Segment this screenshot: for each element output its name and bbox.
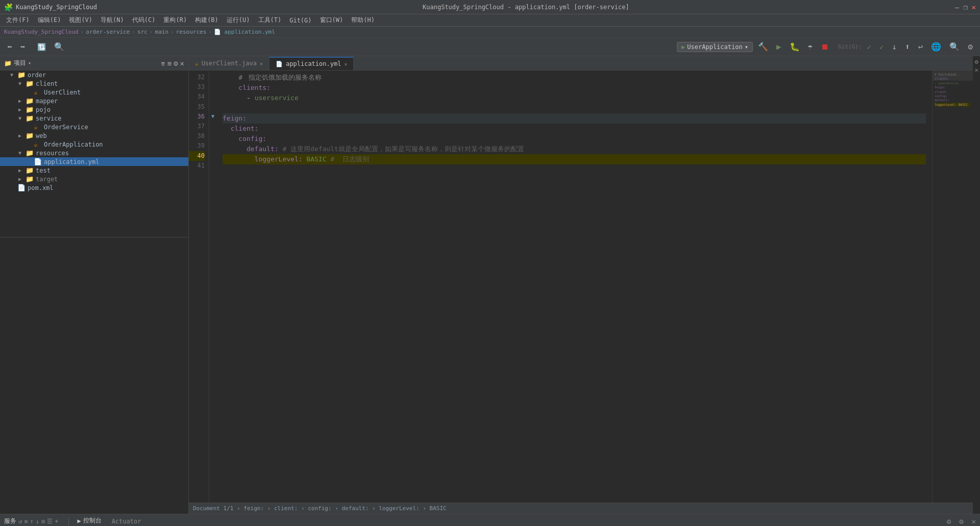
menu-view[interactable]: 视图(V) bbox=[65, 15, 96, 26]
services-controls: 服务 ↺ ≡ ↑ ↓ ⚙ ☰ + bbox=[4, 517, 58, 525]
tree-item-service[interactable]: ▼ 📁 service bbox=[0, 114, 188, 123]
close-button[interactable]: ✕ bbox=[972, 3, 976, 11]
toolbar-settings[interactable]: ⚙ bbox=[965, 41, 976, 53]
tab-yaml-label: application.yml bbox=[286, 60, 341, 67]
menu-git[interactable]: Git(G) bbox=[285, 16, 315, 25]
breadcrumb-part-3[interactable]: src bbox=[137, 29, 148, 35]
menu-build[interactable]: 构建(B) bbox=[191, 15, 223, 26]
fold-36[interactable]: ▼ bbox=[209, 113, 216, 124]
tree-item-orderservice[interactable]: ☕ OrderService bbox=[0, 123, 188, 131]
tree-label-resources: resources bbox=[36, 150, 69, 157]
mini-map[interactable]: # 指定饥饿加载... clients: - userservice feign… bbox=[932, 70, 973, 503]
menu-file[interactable]: 文件(F) bbox=[2, 15, 34, 26]
menu-edit[interactable]: 编辑(E) bbox=[34, 15, 65, 26]
project-settings[interactable]: ⚙ bbox=[174, 59, 178, 67]
line-num-37: 37 bbox=[189, 122, 205, 131]
breadcrumb-part-1[interactable]: KuangStudy_SpringCloud bbox=[4, 29, 79, 35]
tree-item-mapper[interactable]: ▶ 📁 mapper bbox=[0, 97, 188, 105]
line-num-36: 36 bbox=[189, 112, 205, 122]
tree-item-resources[interactable]: ▼ 📁 resources bbox=[0, 149, 188, 157]
tab-yaml-icon: 📄 bbox=[276, 61, 283, 67]
toolbar-back[interactable]: ⬅ bbox=[4, 41, 15, 53]
tree-label-pom: pom.xml bbox=[28, 184, 54, 192]
maximize-button[interactable]: ❐ bbox=[963, 3, 967, 11]
menu-code[interactable]: 代码(C) bbox=[128, 15, 160, 26]
tab-actuator[interactable]: Actuator bbox=[110, 517, 143, 526]
project-scroll-top[interactable]: ⇈ bbox=[161, 59, 165, 67]
menu-run[interactable]: 运行(U) bbox=[223, 15, 254, 26]
tree-item-web[interactable]: ▶ 📁 web bbox=[0, 131, 188, 140]
bottom-gear2[interactable]: ⚙ bbox=[959, 517, 963, 525]
services-menu[interactable]: ☰ bbox=[47, 518, 53, 525]
right-btn-1[interactable]: ⚙ bbox=[974, 58, 978, 65]
run-config-dropdown[interactable]: ▾ bbox=[745, 43, 748, 51]
menu-tools[interactable]: 工具(T) bbox=[254, 15, 286, 26]
toolbar-search[interactable]: 🔍 bbox=[51, 41, 67, 53]
tree-item-pom[interactable]: 📄 pom.xml bbox=[0, 183, 188, 192]
folder-icon-mapper: 📁 bbox=[26, 97, 34, 105]
git-arrow2[interactable]: ↓ bbox=[889, 41, 900, 53]
toolbar-run[interactable]: ▶ bbox=[773, 41, 785, 53]
breadcrumb-part-4[interactable]: main bbox=[155, 29, 169, 35]
tree-item-orderapplication[interactable]: ☕ OrderApplication bbox=[0, 140, 188, 149]
breadcrumb-part-2[interactable]: order-service bbox=[86, 29, 130, 35]
tree-item-target[interactable]: ▶ 📁 target bbox=[0, 175, 188, 183]
toolbar-coverage[interactable]: ☂ bbox=[805, 41, 816, 53]
console-label: 控制台 bbox=[83, 516, 102, 525]
right-btn-2[interactable]: ✕ bbox=[974, 66, 978, 74]
toolbar-translate[interactable]: 🌐 bbox=[928, 41, 944, 53]
code-line-33: clients: bbox=[223, 83, 926, 93]
project-tree[interactable]: ▼ 📁 order ▼ 📁 client ☕ UserClient ▶ 📁 bbox=[0, 70, 188, 237]
git-push[interactable]: ⬆ bbox=[902, 41, 913, 53]
tree-item-order[interactable]: ▼ 📁 order bbox=[0, 70, 188, 79]
services-collapse-all[interactable]: ≡ bbox=[24, 518, 28, 525]
services-up[interactable]: ↑ bbox=[30, 518, 33, 525]
tab-yaml-close[interactable]: ✕ bbox=[344, 61, 347, 67]
tab-console[interactable]: ▶ 控制台 bbox=[75, 515, 103, 526]
tab-userclient-close[interactable]: ✕ bbox=[260, 61, 263, 66]
toolbar-build[interactable]: 🔨 bbox=[755, 41, 771, 53]
right-toolbar: ⚙ ✕ bbox=[973, 56, 980, 76]
tree-item-application-yml[interactable]: 📄 application.yml bbox=[0, 157, 188, 166]
minimize-button[interactable]: — bbox=[955, 3, 959, 11]
editor-breadcrumb-text: Document 1/1 › feign: › client: › config… bbox=[193, 505, 447, 512]
tree-label-order: order bbox=[28, 71, 46, 79]
run-configuration-selector[interactable]: ▶ UserApplication ▾ bbox=[677, 42, 753, 52]
git-check[interactable]: ✓ bbox=[864, 42, 874, 52]
menu-window[interactable]: 窗口(W) bbox=[316, 15, 348, 26]
project-panel-dropdown[interactable]: ▾ bbox=[28, 60, 31, 66]
git-history[interactable]: ↩ bbox=[915, 41, 926, 53]
line-num-34: 34 bbox=[189, 92, 205, 102]
toolbar-forward[interactable]: ➡ bbox=[17, 41, 29, 53]
bottom-settings[interactable]: ⚙ bbox=[947, 517, 951, 525]
services-settings-btn[interactable]: ⚙ bbox=[41, 518, 45, 525]
toolbar-stop[interactable]: ⏹ bbox=[818, 41, 832, 53]
bottom-close[interactable]: ✕ bbox=[972, 517, 976, 525]
window-controls[interactable]: — ❐ ✕ bbox=[955, 3, 976, 11]
breadcrumb-part-5[interactable]: resources bbox=[176, 29, 207, 35]
toolbar-debug[interactable]: 🐛 bbox=[787, 41, 803, 53]
services-down[interactable]: ↓ bbox=[36, 518, 39, 525]
toolbar-sync[interactable]: 🔃 bbox=[34, 42, 49, 52]
tree-item-userclient[interactable]: ☕ UserClient bbox=[0, 88, 188, 97]
menu-nav[interactable]: 导航(N) bbox=[96, 15, 128, 26]
mini-map-content: # 指定饥饿加载... clients: - userservice feign… bbox=[933, 70, 973, 109]
tree-item-pojo[interactable]: ▶ 📁 pojo bbox=[0, 105, 188, 114]
menu-refactor[interactable]: 重构(R) bbox=[159, 15, 191, 26]
fold-32 bbox=[209, 73, 216, 83]
project-close[interactable]: ✕ bbox=[180, 59, 184, 67]
folder-icon-resources: 📁 bbox=[26, 149, 34, 157]
toolbar-find-action[interactable]: 🔍 bbox=[946, 41, 963, 53]
java-icon-orderapplication: ☕ bbox=[34, 140, 42, 148]
tab-userclient[interactable]: ☕ UserClient.java ✕ bbox=[189, 57, 270, 70]
project-collapse[interactable]: ≡ bbox=[167, 59, 172, 67]
menu-help[interactable]: 帮助(H) bbox=[347, 15, 379, 26]
services-add[interactable]: + bbox=[55, 518, 58, 525]
git-arrow1[interactable]: ✓ bbox=[876, 42, 887, 52]
services-refresh[interactable]: ↺ bbox=[18, 518, 22, 525]
tab-application-yml[interactable]: 📄 application.yml ✕ bbox=[270, 57, 354, 70]
tree-item-client[interactable]: ▼ 📁 client bbox=[0, 79, 188, 88]
breadcrumb-part-6[interactable]: 📄 application.yml bbox=[214, 29, 275, 35]
code-content[interactable]: # 指定饥饿加载的服务名称 clients: - userservice fei… bbox=[216, 70, 932, 503]
tree-item-test[interactable]: ▶ 📁 test bbox=[0, 166, 188, 175]
